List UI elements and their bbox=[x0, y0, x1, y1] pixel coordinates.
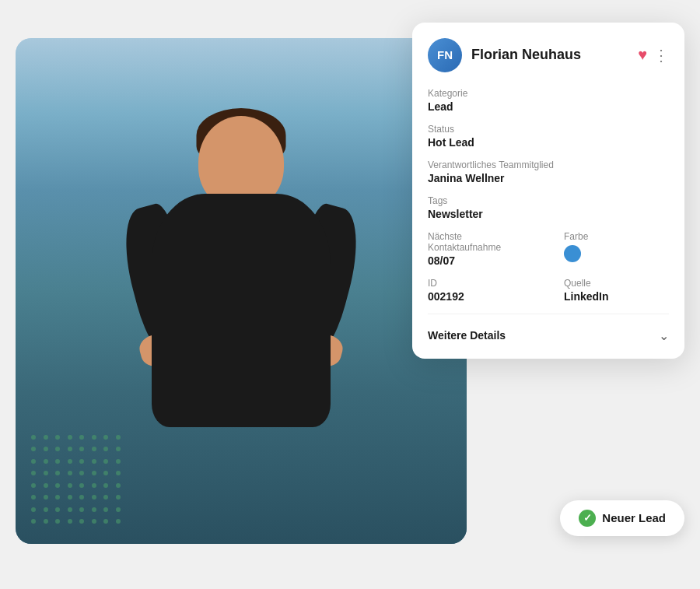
kategorie-value: Lead bbox=[428, 100, 669, 113]
neuer-lead-label: Neuer Lead bbox=[602, 511, 666, 524]
person-silhouette bbox=[109, 93, 373, 544]
tags-value: Newsletter bbox=[428, 208, 669, 220]
id-quelle-row: ID 002192 Quelle LinkedIn bbox=[428, 278, 669, 303]
check-icon: ✓ bbox=[579, 510, 596, 527]
kontakt-farbe-row: Nächste Kontaktaufnahme 08/07 Farbe bbox=[428, 231, 669, 267]
body bbox=[152, 194, 331, 427]
id-label: ID bbox=[428, 278, 533, 289]
weitere-details-toggle[interactable]: Weitere Details ⌄ bbox=[428, 325, 669, 343]
tags-field: Tags Newsletter bbox=[428, 195, 669, 220]
main-container: // Will be rendered after body load FN F… bbox=[16, 23, 684, 567]
team-value: Janina Wellner bbox=[428, 172, 669, 184]
team-label: Verantwortliches Teammitglied bbox=[428, 160, 669, 170]
kontakt-field: Nächste Kontaktaufnahme 08/07 bbox=[428, 231, 533, 267]
divider bbox=[428, 314, 669, 314]
kontakt-label: Nächste Kontaktaufnahme bbox=[428, 231, 533, 253]
quelle-label: Quelle bbox=[564, 278, 669, 289]
tags-label: Tags bbox=[428, 195, 669, 206]
profile-card: FN Florian Neuhaus ♥ ⋮ Kategorie Lead St… bbox=[412, 23, 684, 359]
kontakt-value: 08/07 bbox=[428, 254, 533, 267]
id-field: ID 002192 bbox=[428, 278, 533, 303]
card-header: FN Florian Neuhaus ♥ ⋮ bbox=[428, 38, 669, 72]
quelle-value: LinkedIn bbox=[564, 290, 669, 303]
avatar: FN bbox=[428, 38, 462, 72]
kategorie-field: Kategorie Lead bbox=[428, 88, 669, 113]
weitere-details-label: Weitere Details bbox=[428, 329, 506, 342]
color-indicator[interactable] bbox=[564, 245, 581, 262]
photo-card: // Will be rendered after body load bbox=[16, 38, 467, 544]
team-field: Verantwortliches Teammitglied Janina Wel… bbox=[428, 160, 669, 184]
farbe-field: Farbe bbox=[564, 231, 669, 267]
status-label: Status bbox=[428, 124, 669, 135]
person-name: Florian Neuhaus bbox=[471, 47, 638, 63]
kategorie-label: Kategorie bbox=[428, 88, 669, 99]
status-value: Hot Lead bbox=[428, 136, 669, 149]
more-options-icon[interactable]: ⋮ bbox=[653, 46, 669, 65]
heart-icon[interactable]: ♥ bbox=[638, 46, 647, 64]
id-value: 002192 bbox=[428, 290, 533, 303]
chevron-down-icon: ⌄ bbox=[659, 328, 669, 343]
neuer-lead-button[interactable]: ✓ Neuer Lead bbox=[560, 500, 684, 536]
avatar-initials: FN bbox=[437, 48, 453, 61]
farbe-label: Farbe bbox=[564, 231, 669, 242]
quelle-field: Quelle LinkedIn bbox=[564, 278, 669, 303]
status-field: Status Hot Lead bbox=[428, 124, 669, 149]
dot-pattern: // Will be rendered after body load bbox=[31, 435, 124, 528]
